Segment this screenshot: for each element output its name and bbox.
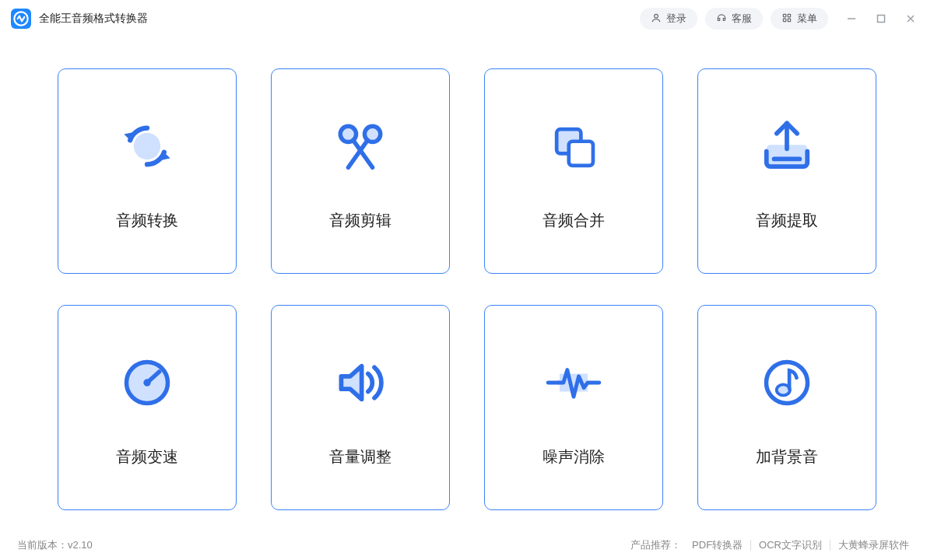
feature-card-convert[interactable]: 音频转换	[58, 68, 237, 274]
menu-label: 菜单	[797, 12, 817, 26]
main-content: 音频转换 音频剪辑	[0, 37, 934, 529]
version-value: v2.10	[68, 539, 93, 551]
app-window: 全能王音频格式转换器 登录 客服 菜单	[0, 0, 934, 560]
login-button[interactable]: 登录	[640, 8, 697, 30]
support-label: 客服	[732, 12, 752, 26]
version-label: 当前版本：	[17, 538, 68, 552]
svg-rect-4	[783, 19, 786, 22]
footer-link-ocr[interactable]: OCR文字识别	[751, 538, 830, 552]
footer-link-pdf[interactable]: PDF转换器	[684, 538, 750, 552]
music-note-icon	[753, 348, 821, 417]
close-button[interactable]	[897, 5, 925, 33]
app-title: 全能王音频格式转换器	[39, 12, 148, 26]
feature-card-extract[interactable]: 音频提取	[697, 68, 876, 274]
feature-label: 音频提取	[756, 210, 818, 231]
svg-rect-5	[788, 19, 791, 22]
user-icon	[651, 12, 662, 26]
minimize-button[interactable]	[837, 5, 866, 33]
support-button[interactable]: 客服	[705, 8, 763, 30]
scissors-icon	[326, 112, 395, 180]
footer: 当前版本：v2.10 产品推荐： PDF转换器 OCR文字识别 大黄蜂录屏软件	[0, 529, 934, 560]
convert-icon	[113, 112, 181, 180]
svg-rect-3	[788, 14, 791, 17]
titlebar: 全能王音频格式转换器 登录 客服 菜单	[0, 0, 934, 37]
svg-point-27	[766, 362, 807, 403]
merge-icon	[539, 112, 608, 180]
svg-rect-7	[878, 16, 885, 23]
menu-button[interactable]: 菜单	[771, 8, 828, 30]
headset-icon	[716, 12, 727, 26]
feature-label: 音频合并	[542, 210, 605, 231]
feature-card-volume[interactable]: 音量调整	[271, 305, 450, 510]
feature-card-bgm[interactable]: 加背景音	[697, 305, 876, 510]
feature-card-merge[interactable]: 音频合并	[484, 68, 663, 274]
feature-label: 加背景音	[756, 446, 818, 467]
grid-icon	[781, 12, 792, 26]
feature-label: 音频剪辑	[329, 210, 392, 231]
feature-card-denoise[interactable]: 噪声消除	[484, 305, 663, 510]
feature-label: 音频变速	[116, 446, 178, 467]
feature-grid: 音频转换 音频剪辑	[58, 68, 876, 510]
maximize-button[interactable]	[867, 5, 895, 33]
feature-label: 噪声消除	[542, 446, 605, 467]
login-label: 登录	[666, 12, 686, 26]
feature-label: 音频转换	[116, 210, 178, 231]
denoise-icon	[539, 348, 608, 417]
extract-icon	[753, 112, 821, 180]
feature-label: 音量调整	[329, 446, 392, 467]
reco-label: 产品推荐：	[630, 538, 684, 552]
svg-point-10	[134, 132, 160, 159]
volume-icon	[326, 348, 395, 417]
svg-rect-2	[783, 14, 786, 17]
svg-rect-18	[569, 141, 593, 165]
app-logo-icon	[11, 9, 31, 29]
feature-card-speed[interactable]: 音频变速	[58, 305, 237, 510]
speedometer-icon	[113, 348, 181, 417]
svg-point-1	[655, 14, 658, 18]
feature-card-trim[interactable]: 音频剪辑	[271, 68, 450, 274]
footer-link-recorder[interactable]: 大黄蜂录屏软件	[830, 538, 917, 552]
